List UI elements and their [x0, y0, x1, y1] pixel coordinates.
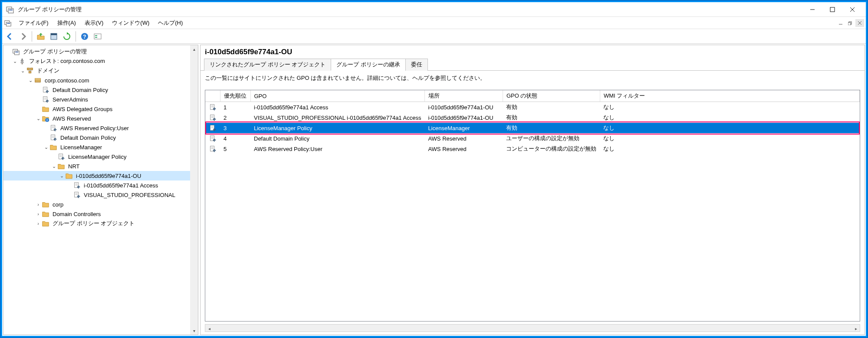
cell-status: ユーザーの構成の設定が無効: [503, 133, 600, 144]
gpo-link-icon: [209, 145, 217, 153]
column-icon[interactable]: [205, 90, 220, 102]
table-row[interactable]: 1i-010d5dd65f9e774a1 Accessi-010d5dd65f9…: [205, 102, 860, 113]
app-icon: [6, 5, 14, 14]
forward-button[interactable]: [17, 30, 29, 43]
up-button[interactable]: [35, 30, 47, 43]
table-row[interactable]: 3LicenseManager PolicyLicenseManager有効なし: [205, 123, 860, 133]
menu-action[interactable]: 操作(A): [53, 18, 80, 28]
scroll-left-arrow-icon[interactable]: ◂: [205, 325, 213, 332]
column-status[interactable]: GPO の状態: [503, 90, 600, 102]
tree-aws-reserved[interactable]: ⌄AWS Reserved: [3, 114, 190, 123]
folder-icon: [42, 220, 49, 227]
tree-domains[interactable]: ⌄ドメイン: [3, 66, 190, 75]
tree-domain-controllers[interactable]: ›Domain Controllers: [3, 209, 190, 219]
gpo-link-icon: [209, 103, 217, 111]
tree-aws-delegated[interactable]: AWS Delegated Groups: [3, 104, 190, 114]
back-button[interactable]: [4, 30, 16, 43]
cell-status: 有効: [503, 123, 600, 133]
content-area: ▾グループ ポリシーの管理 ⌄フォレスト: corp.contoso.com ⌄…: [2, 44, 866, 336]
menu-help[interactable]: ヘルプ(H): [154, 18, 187, 28]
menu-window[interactable]: ウィンドウ(W): [108, 18, 154, 28]
menubar: ファイル(F) 操作(A) 表示(V) ウィンドウ(W) ヘルプ(H): [2, 17, 866, 29]
minimize-button[interactable]: [802, 3, 822, 16]
tree-domain-controllers-label: Domain Controllers: [51, 210, 102, 218]
gpo-link-icon: [57, 153, 65, 161]
cell-priority: 3: [220, 123, 250, 133]
detail-title: i-010d5dd65f9e774a1-OU: [201, 45, 865, 58]
mdi-minimize-button[interactable]: [836, 19, 845, 27]
cell-priority: 1: [220, 102, 250, 113]
scroll-down-arrow-icon[interactable]: ▾: [190, 327, 198, 335]
scroll-right-arrow-icon[interactable]: ▸: [852, 325, 860, 332]
tree-license-manager-policy[interactable]: LicenseManager Policy: [3, 152, 190, 161]
ou-folder-icon: [42, 210, 49, 218]
column-priority[interactable]: 優先順位: [220, 90, 250, 102]
tree-corp-label: corp: [51, 201, 65, 208]
column-wmi[interactable]: WMI フィルター: [600, 90, 859, 102]
help-icon: [80, 32, 89, 41]
tree-view[interactable]: ▾グループ ポリシーの管理 ⌄フォレスト: corp.contoso.com ⌄…: [3, 45, 190, 335]
tab-inheritance[interactable]: グループ ポリシーの継承: [331, 59, 406, 71]
help-button[interactable]: [79, 30, 91, 43]
refresh-icon: [62, 32, 71, 41]
refresh-button[interactable]: [61, 30, 73, 43]
tree-forest[interactable]: ⌄フォレスト: corp.contoso.com: [3, 56, 190, 66]
tree-domains-label: ドメイン: [36, 66, 61, 75]
cell-wmi: なし: [600, 133, 859, 144]
tree-access[interactable]: i-010d5dd65f9e774a1 Access: [3, 180, 190, 190]
tree-gpo-objects[interactable]: ›グループ ポリシー オブジェクト: [3, 219, 190, 228]
svg-rect-27: [830, 7, 835, 12]
cell-gpo: Default Domain Policy: [250, 133, 424, 144]
table-row[interactable]: 5AWS Reserved Policy:UserAWS Reservedコンピ…: [205, 144, 860, 154]
tree-aws-reserved-label: AWS Reserved: [51, 115, 92, 122]
cell-gpo: LicenseManager Policy: [250, 123, 424, 133]
window-title: グループ ポリシーの管理: [18, 6, 802, 13]
tree-license-manager[interactable]: ⌄LicenseManager: [3, 142, 190, 152]
ou-folder-info-icon: [42, 115, 49, 122]
detail-tabs: リンクされたグループ ポリシー オブジェクト グループ ポリシーの継承 委任: [201, 58, 865, 71]
tree-default-policy[interactable]: Default Domain Policy: [3, 85, 190, 95]
cell-gpo: VISUAL_STUDIO_PROFESSIONAL i-010d5dd65f9…: [250, 112, 424, 123]
menu-file[interactable]: ファイル(F): [14, 18, 53, 28]
detail-panel: i-010d5dd65f9e774a1-OU リンクされたグループ ポリシー オ…: [200, 45, 865, 335]
mdi-close-button[interactable]: [855, 19, 864, 27]
table-row[interactable]: 2VISUAL_STUDIO_PROFESSIONAL i-010d5dd65f…: [205, 112, 860, 123]
tree-vertical-scrollbar[interactable]: ▴ ▾: [190, 45, 198, 335]
up-folder-icon: [36, 32, 45, 41]
tree-gpo-objects-label: グループ ポリシー オブジェクト: [51, 219, 136, 228]
toolbar: [2, 29, 866, 44]
detail-horizontal-scrollbar[interactable]: ◂ ▸: [205, 324, 860, 332]
tab-linked-gpo[interactable]: リンクされたグループ ポリシー オブジェクト: [204, 59, 331, 71]
column-gpo[interactable]: GPO: [250, 90, 424, 102]
gpo-link-icon: [209, 114, 217, 121]
gpo-table-container: 優先順位 GPO 場所 GPO の状態 WMI フィルター 1i-010d5dd…: [205, 90, 860, 322]
gpo-inheritance-table[interactable]: 優先順位 GPO 場所 GPO の状態 WMI フィルター 1i-010d5dd…: [205, 90, 860, 154]
gpo-link-icon: [73, 191, 81, 199]
menu-view[interactable]: 表示(V): [80, 18, 108, 28]
tree-default-policy-2[interactable]: Default Domain Policy: [3, 133, 190, 142]
maximize-button[interactable]: [822, 3, 842, 16]
tree-server-admins[interactable]: ServerAdmins: [3, 95, 190, 104]
tree-aws-reserved-user[interactable]: AWS Reserved Policy:User: [3, 123, 190, 133]
tree-nrt[interactable]: ⌄NRT: [3, 161, 190, 171]
tree-ou-selected[interactable]: ⌄i-010d5dd65f9e774a1-OU: [3, 171, 190, 180]
svg-rect-32: [848, 23, 851, 25]
app-window: グループ ポリシーの管理 ファイル(F) 操作(A) 表示(V) ウィンドウ(W…: [1, 1, 867, 337]
scroll-up-arrow-icon[interactable]: ▴: [190, 45, 198, 53]
tree-corp[interactable]: ›corp: [3, 200, 190, 209]
gpo-link-icon: [49, 124, 57, 132]
gpo-link-icon: [49, 134, 57, 141]
cell-location: LicenseManager: [424, 123, 503, 133]
show-pane-button[interactable]: [92, 30, 104, 43]
table-row[interactable]: 4Default Domain PolicyAWS Reservedユーザーの構…: [205, 133, 860, 144]
column-location[interactable]: 場所: [424, 90, 503, 102]
mdi-restore-button[interactable]: [846, 19, 855, 27]
toolbar-separator: [32, 31, 32, 42]
tree-domain[interactable]: ⌄corp.contoso.com: [3, 75, 190, 85]
cell-wmi: なし: [600, 112, 859, 123]
tree-vs-professional[interactable]: VISUAL_STUDIO_PROFESSIONAL: [3, 190, 190, 200]
close-button[interactable]: [842, 3, 862, 16]
tab-delegation[interactable]: 委任: [405, 59, 428, 71]
properties-button[interactable]: [48, 30, 60, 43]
tree-root[interactable]: ▾グループ ポリシーの管理: [3, 47, 190, 56]
